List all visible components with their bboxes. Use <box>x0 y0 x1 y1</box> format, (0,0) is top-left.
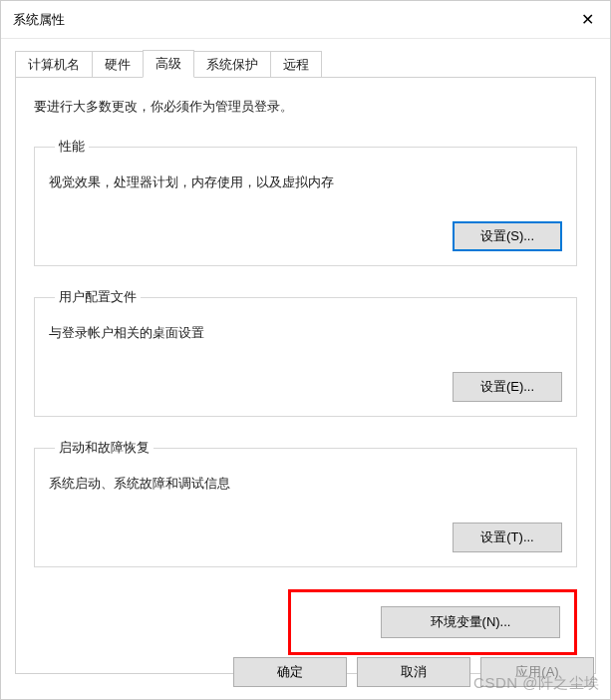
user-profile-settings-button[interactable]: 设置(E)... <box>453 372 562 402</box>
tab-hardware[interactable]: 硬件 <box>92 51 144 77</box>
tab-strip: 计算机名 硬件 高级 系统保护 远程 <box>15 51 596 77</box>
admin-notice: 要进行大多数更改，你必须作为管理员登录。 <box>34 98 577 116</box>
ok-button[interactable]: 确定 <box>233 657 347 687</box>
group-user-profile-desc: 与登录帐户相关的桌面设置 <box>49 324 562 342</box>
close-icon: ✕ <box>581 10 594 29</box>
env-variables-row: 环境变量(N)... <box>34 589 577 655</box>
window-title: 系统属性 <box>13 11 65 29</box>
tab-panel-advanced: 要进行大多数更改，你必须作为管理员登录。 性能 视觉效果，处理器计划，内存使用，… <box>15 77 596 674</box>
dialog-button-row: 确定 取消 应用(A) <box>233 657 594 687</box>
environment-variables-button[interactable]: 环境变量(N)... <box>381 606 560 638</box>
startup-recovery-settings-button[interactable]: 设置(T)... <box>453 523 562 552</box>
group-performance-legend: 性能 <box>55 138 89 156</box>
group-user-profile-legend: 用户配置文件 <box>55 288 141 306</box>
env-variables-highlight: 环境变量(N)... <box>288 589 577 655</box>
performance-settings-button[interactable]: 设置(S)... <box>453 221 562 251</box>
tab-remote[interactable]: 远程 <box>270 51 322 77</box>
tab-system-protection[interactable]: 系统保护 <box>193 51 271 77</box>
dialog-content: 计算机名 硬件 高级 系统保护 远程 要进行大多数更改，你必须作为管理员登录。 … <box>1 39 610 674</box>
group-startup-recovery: 启动和故障恢复 系统启动、系统故障和调试信息 设置(T)... <box>34 439 577 567</box>
group-startup-recovery-desc: 系统启动、系统故障和调试信息 <box>49 475 562 493</box>
tab-advanced[interactable]: 高级 <box>143 50 194 78</box>
cancel-button[interactable]: 取消 <box>357 657 470 687</box>
apply-button[interactable]: 应用(A) <box>480 657 594 687</box>
group-user-profile: 用户配置文件 与登录帐户相关的桌面设置 设置(E)... <box>34 288 577 417</box>
group-startup-recovery-legend: 启动和故障恢复 <box>55 439 153 457</box>
tab-computer-name[interactable]: 计算机名 <box>15 51 93 77</box>
group-performance-desc: 视觉效果，处理器计划，内存使用，以及虚拟内存 <box>49 174 562 191</box>
titlebar: 系统属性 ✕ <box>1 1 610 39</box>
close-button[interactable]: ✕ <box>564 1 610 39</box>
group-performance: 性能 视觉效果，处理器计划，内存使用，以及虚拟内存 设置(S)... <box>34 138 577 266</box>
